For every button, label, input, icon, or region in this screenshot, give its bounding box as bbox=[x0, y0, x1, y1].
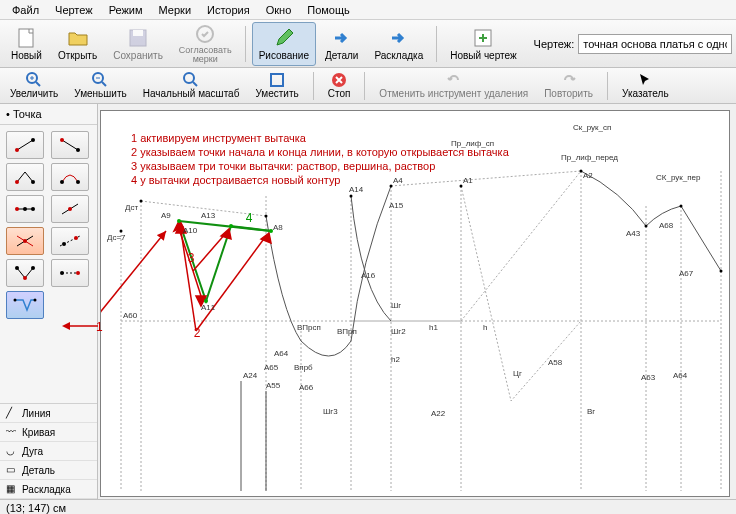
pt-dst7: Дс=7 bbox=[107, 233, 126, 242]
tool-point-4[interactable] bbox=[51, 163, 89, 191]
annot-num-3: 3 bbox=[183, 251, 199, 265]
save-button[interactable]: Сохранить bbox=[106, 22, 170, 66]
save-icon bbox=[127, 27, 149, 49]
menu-file[interactable]: Файл bbox=[4, 2, 47, 18]
pt-a65: А65 bbox=[264, 363, 278, 372]
new-drawing-button[interactable]: Новый чертеж bbox=[443, 22, 523, 66]
tool-point-10[interactable] bbox=[51, 259, 89, 287]
zoom-fit-button[interactable]: Начальный масштаб bbox=[137, 70, 246, 102]
sidebar-annot-1: 1 bbox=[96, 320, 103, 334]
pt-sk-ruk-per: СК_рук_пер bbox=[656, 173, 700, 182]
sidebar-header[interactable]: Точка bbox=[0, 104, 97, 125]
pt-a4: А4 bbox=[393, 176, 403, 185]
detail-mode-button[interactable]: Детали bbox=[318, 22, 365, 66]
pt-pr-lif-pered: Пр_лиф_перед bbox=[561, 153, 618, 162]
tool-grid bbox=[0, 125, 97, 325]
tool-point-5[interactable] bbox=[6, 195, 44, 223]
pt-h: h bbox=[483, 323, 487, 332]
separator bbox=[313, 72, 314, 100]
tool-point-2[interactable] bbox=[51, 131, 89, 159]
zoom-in-icon bbox=[26, 72, 42, 88]
tool-dart[interactable] bbox=[6, 291, 44, 319]
svg-rect-2 bbox=[133, 30, 143, 36]
svg-point-7 bbox=[184, 73, 194, 83]
tab-arc[interactable]: ◡Дуга bbox=[0, 442, 97, 461]
pt-a55: А55 bbox=[266, 381, 280, 390]
pt-a13: А13 bbox=[201, 211, 215, 220]
zoom-in-button[interactable]: Увеличить bbox=[4, 70, 64, 102]
annot-num-4: 4 bbox=[241, 211, 257, 225]
svg-point-36 bbox=[60, 271, 64, 275]
zoom-fit-icon bbox=[183, 72, 199, 88]
tab-curve[interactable]: 〰Кривая bbox=[0, 423, 97, 442]
tool-point-7[interactable] bbox=[6, 227, 44, 255]
svg-point-81 bbox=[177, 219, 181, 223]
canvas[interactable]: 1 активируем инструмент вытачка 2 указыв… bbox=[100, 110, 730, 497]
pt-a8: А8 bbox=[273, 223, 283, 232]
pt-shg3: Шг3 bbox=[323, 407, 338, 416]
tab-line[interactable]: ╱Линия bbox=[0, 404, 97, 423]
draw-mode-button[interactable]: Рисование bbox=[252, 22, 316, 66]
pointer-button[interactable]: Указатель bbox=[616, 70, 675, 102]
svg-point-18 bbox=[60, 180, 64, 184]
tool-point-1[interactable] bbox=[6, 131, 44, 159]
tool-point-8[interactable] bbox=[51, 227, 89, 255]
svg-point-32 bbox=[15, 266, 19, 270]
menu-window[interactable]: Окно bbox=[258, 2, 300, 18]
pt-a60: А60 bbox=[123, 311, 137, 320]
tool-sidebar: Точка ╱Линия 〰Кривая ◡Дуга ▭Деталь ▦Раск… bbox=[0, 104, 98, 499]
pt-h1: h1 bbox=[429, 323, 438, 332]
pointer-icon bbox=[637, 72, 653, 88]
pt-a58: А58 bbox=[548, 358, 562, 367]
pt-vprsp: ВПрсп bbox=[297, 323, 321, 332]
annotation-4: 4 у вытачки достраивается новый контур bbox=[131, 173, 340, 187]
main-toolbar: Новый Открыть Сохранить Согласоватьмерки… bbox=[0, 20, 736, 68]
zoom-toolbar: Увеличить Уменьшить Начальный масштаб Ум… bbox=[0, 68, 736, 104]
menu-history[interactable]: История bbox=[199, 2, 258, 18]
menu-drawing[interactable]: Чертеж bbox=[47, 2, 101, 18]
tool-point-9[interactable] bbox=[6, 259, 44, 287]
menu-measurements[interactable]: Мерки bbox=[151, 2, 199, 18]
tab-layout[interactable]: ▦Раскладка bbox=[0, 480, 97, 499]
svg-point-22 bbox=[23, 207, 27, 211]
svg-point-28 bbox=[23, 239, 27, 243]
pt-a22: А22 bbox=[431, 409, 445, 418]
line-icon: ╱ bbox=[6, 407, 18, 419]
svg-point-16 bbox=[15, 180, 19, 184]
stop-button[interactable]: Стоп bbox=[322, 70, 357, 102]
pt-a68: А68 bbox=[659, 221, 673, 230]
layout-mode-button[interactable]: Раскладка bbox=[367, 22, 430, 66]
separator bbox=[245, 26, 246, 62]
new-button[interactable]: Новый bbox=[4, 22, 49, 66]
fit-window-button[interactable]: Уместить bbox=[249, 70, 304, 102]
tab-detail[interactable]: ▭Деталь bbox=[0, 461, 97, 480]
undo-button[interactable]: Отменить инструмент удаления bbox=[373, 70, 534, 102]
pencil-icon bbox=[273, 27, 295, 49]
menu-bar: Файл Чертеж Режим Мерки История Окно Пом… bbox=[0, 0, 736, 20]
match-button[interactable]: Согласоватьмерки bbox=[172, 22, 239, 66]
svg-point-38 bbox=[14, 299, 17, 302]
svg-point-25 bbox=[68, 207, 72, 211]
svg-point-33 bbox=[23, 276, 27, 280]
pt-a15: А15 bbox=[389, 201, 403, 210]
menu-help[interactable]: Помощь bbox=[299, 2, 358, 18]
svg-line-60 bbox=[181, 231, 196, 331]
svg-line-53 bbox=[391, 171, 581, 186]
zoom-out-button[interactable]: Уменьшить bbox=[68, 70, 132, 102]
svg-rect-8 bbox=[271, 74, 283, 86]
tool-point-3[interactable] bbox=[6, 163, 44, 191]
pt-h2: h2 bbox=[391, 355, 400, 364]
fit-icon bbox=[269, 72, 285, 88]
redo-button[interactable]: Повторить bbox=[538, 70, 599, 102]
svg-point-11 bbox=[15, 148, 19, 152]
open-button[interactable]: Открыть bbox=[51, 22, 104, 66]
pt-a63: А63 bbox=[641, 373, 655, 382]
svg-line-62 bbox=[196, 236, 266, 331]
pt-a9: А9 bbox=[161, 211, 171, 220]
drawing-name-input[interactable] bbox=[578, 34, 732, 54]
menu-mode[interactable]: Режим bbox=[101, 2, 151, 18]
zoom-out-icon bbox=[92, 72, 108, 88]
pt-pr-lif-sp: Пр_лиф_сп bbox=[451, 139, 494, 148]
tool-point-6[interactable] bbox=[51, 195, 89, 223]
match-icon bbox=[194, 23, 216, 45]
